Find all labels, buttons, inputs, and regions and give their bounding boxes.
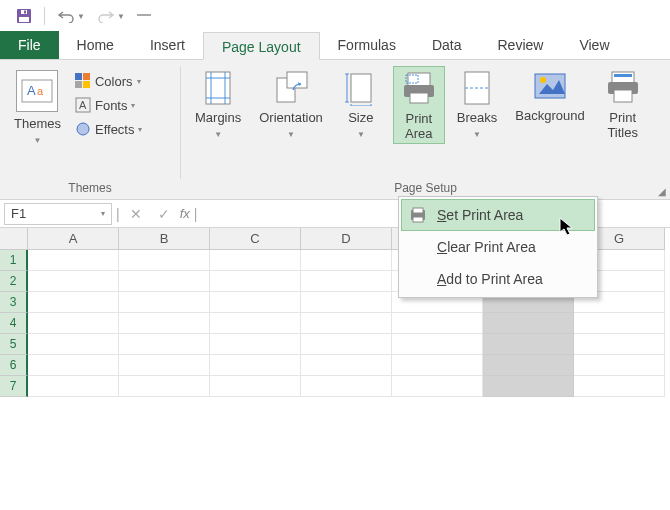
svg-text:A: A — [79, 99, 87, 111]
cell[interactable] — [301, 271, 392, 292]
cell[interactable] — [210, 355, 301, 376]
customize-qat-button[interactable] — [137, 14, 151, 18]
themes-icon: Aa — [16, 70, 58, 112]
size-icon — [345, 70, 377, 106]
orientation-button[interactable]: Orientation▼ — [253, 66, 329, 144]
svg-rect-7 — [75, 73, 82, 80]
fonts-button[interactable]: A Fonts▾ — [75, 94, 143, 116]
themes-button[interactable]: Aa Themes▼ — [8, 66, 67, 150]
cell[interactable] — [301, 355, 392, 376]
cell[interactable] — [392, 334, 483, 355]
cell[interactable] — [574, 355, 665, 376]
cell[interactable] — [210, 334, 301, 355]
size-label: Size — [348, 110, 373, 125]
undo-button[interactable]: ▼ — [57, 9, 85, 23]
cell[interactable] — [28, 355, 119, 376]
cell[interactable] — [119, 271, 210, 292]
cell[interactable] — [210, 376, 301, 397]
tab-insert[interactable]: Insert — [132, 31, 203, 59]
tab-page-layout[interactable]: Page Layout — [203, 32, 320, 60]
fonts-label: Fonts — [95, 98, 128, 113]
menu-item-clear-print-area[interactable]: Clear Print Area — [401, 231, 595, 263]
effects-button[interactable]: Effects▾ — [75, 118, 143, 140]
tab-view[interactable]: View — [561, 31, 627, 59]
print-titles-button[interactable]: Print Titles — [597, 66, 649, 144]
print-titles-icon — [606, 70, 640, 106]
cell[interactable] — [483, 334, 574, 355]
cell[interactable] — [483, 355, 574, 376]
menu-item-add-to-print-area[interactable]: Add to Print Area — [401, 263, 595, 295]
tab-home[interactable]: Home — [59, 31, 132, 59]
cell[interactable] — [301, 334, 392, 355]
cell[interactable] — [119, 376, 210, 397]
cell[interactable] — [301, 313, 392, 334]
cancel-button[interactable]: ✕ — [124, 206, 148, 222]
cell[interactable] — [119, 355, 210, 376]
breaks-icon — [461, 70, 493, 106]
cell[interactable] — [119, 334, 210, 355]
row-header[interactable]: 6 — [0, 355, 28, 376]
column-header[interactable]: B — [119, 228, 210, 250]
cell[interactable] — [574, 334, 665, 355]
cell[interactable] — [119, 250, 210, 271]
cell[interactable] — [574, 313, 665, 334]
select-all-corner[interactable] — [0, 228, 28, 250]
cell[interactable] — [28, 292, 119, 313]
ribbon-tabs: File Home Insert Page Layout Formulas Da… — [0, 32, 670, 60]
orientation-icon — [273, 70, 309, 106]
cell[interactable] — [28, 376, 119, 397]
cell[interactable] — [483, 313, 574, 334]
cell[interactable] — [28, 250, 119, 271]
cell[interactable] — [28, 271, 119, 292]
menu-label-clear: Clear Print Area — [437, 239, 536, 255]
name-box[interactable]: F1 ▾ — [4, 203, 112, 225]
row-header[interactable]: 4 — [0, 313, 28, 334]
size-button[interactable]: Size▼ — [335, 66, 387, 144]
cell[interactable] — [28, 334, 119, 355]
cell[interactable] — [301, 250, 392, 271]
svg-rect-20 — [287, 72, 307, 88]
group-themes: Aa Themes▼ Colors▾ A Fonts▾ Effects▾ — [0, 60, 180, 199]
cell[interactable] — [301, 292, 392, 313]
cell[interactable] — [392, 355, 483, 376]
cell[interactable] — [210, 250, 301, 271]
column-header[interactable]: C — [210, 228, 301, 250]
redo-button[interactable]: ▼ — [97, 9, 125, 23]
save-icon[interactable] — [16, 8, 32, 24]
cell[interactable] — [28, 313, 119, 334]
row-header[interactable]: 2 — [0, 271, 28, 292]
cell[interactable] — [119, 292, 210, 313]
tab-formulas[interactable]: Formulas — [320, 31, 414, 59]
tab-data[interactable]: Data — [414, 31, 480, 59]
svg-rect-14 — [206, 72, 230, 104]
cell[interactable] — [210, 313, 301, 334]
cell[interactable] — [483, 376, 574, 397]
row-header[interactable]: 5 — [0, 334, 28, 355]
column-header[interactable]: D — [301, 228, 392, 250]
svg-point-13 — [77, 123, 89, 135]
cell[interactable] — [301, 376, 392, 397]
cell[interactable] — [210, 292, 301, 313]
cell[interactable] — [392, 313, 483, 334]
insert-function-button[interactable]: fx — [180, 206, 190, 221]
margins-button[interactable]: Margins▼ — [189, 66, 247, 144]
margins-icon — [202, 70, 234, 106]
print-area-button[interactable]: Print Area — [393, 66, 445, 144]
cell[interactable] — [119, 313, 210, 334]
background-button[interactable]: Background — [509, 66, 590, 144]
row-header[interactable]: 1 — [0, 250, 28, 271]
column-header[interactable]: A — [28, 228, 119, 250]
row-header[interactable]: 7 — [0, 376, 28, 397]
breaks-button[interactable]: Breaks▼ — [451, 66, 503, 144]
cell[interactable] — [392, 376, 483, 397]
cell[interactable] — [210, 271, 301, 292]
group-label-page-setup: Page Setup — [189, 179, 662, 197]
menu-item-set-print-area[interactable]: Set Print Area — [401, 199, 595, 231]
tab-file[interactable]: File — [0, 31, 59, 59]
enter-button[interactable]: ✓ — [152, 206, 176, 222]
row-header[interactable]: 3 — [0, 292, 28, 313]
tab-review[interactable]: Review — [480, 31, 562, 59]
cell[interactable] — [574, 376, 665, 397]
page-setup-dialog-launcher[interactable]: ◢ — [658, 186, 666, 197]
colors-button[interactable]: Colors▾ — [75, 70, 143, 92]
